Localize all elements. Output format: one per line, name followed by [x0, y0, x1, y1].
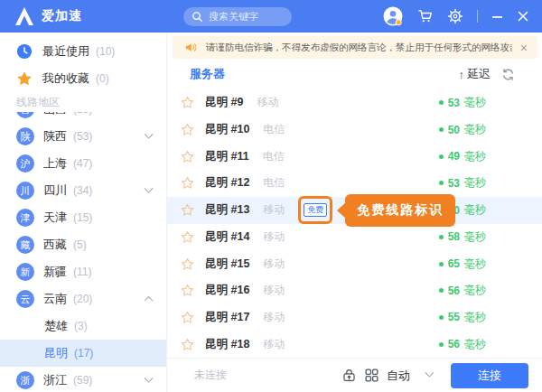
- latency-sort-control[interactable]: ↑ 延迟: [459, 66, 491, 82]
- region-badge: 晋: [16, 112, 34, 118]
- free-badge-group: 免费 免费线路标识: [304, 203, 327, 217]
- server-carrier: 电信: [263, 149, 285, 164]
- favorite-star-icon[interactable]: [181, 96, 194, 109]
- chevron-icon[interactable]: [145, 129, 154, 138]
- latency-value: 53: [448, 97, 460, 109]
- favorite-star-icon[interactable]: [181, 257, 194, 271]
- chevron-icon[interactable]: [145, 373, 154, 382]
- footer-bar: 未连接 自动 连接: [167, 358, 542, 392]
- server-name: 昆明 #10: [205, 122, 249, 137]
- latency-header-label: 延迟: [467, 66, 491, 82]
- latency-unit: 毫秒: [464, 310, 486, 325]
- server-row-kunming-16[interactable]: 昆明 #16 移动 56 毫秒: [167, 277, 542, 304]
- free-badge: 免费: [304, 203, 327, 217]
- server-row-kunming-13[interactable]: 昆明 #13 移动 免费 免费线路标识 50 毫秒: [167, 197, 542, 224]
- latency-value: 55: [448, 311, 460, 323]
- star-icon: [16, 70, 33, 87]
- refresh-icon[interactable]: [501, 68, 515, 81]
- chevron-icon[interactable]: [145, 183, 154, 192]
- region-list: 晋 山西 (18) 陕 陕西 (53) 沪 上海 (47) 川 四川 (34) …: [0, 112, 166, 392]
- region-badge: 川: [16, 182, 34, 200]
- latency: 49 毫秒: [439, 149, 486, 164]
- lock-mode-icon[interactable]: [341, 368, 357, 383]
- region-badge: 沪: [16, 154, 34, 173]
- sidebar-item-sichuan[interactable]: 川 四川 (34): [0, 177, 166, 204]
- sidebar-item-kunming[interactable]: 昆明 (17): [0, 340, 166, 367]
- latency-dot-icon: [439, 342, 444, 347]
- sidebar-item-xizang[interactable]: 藏 西藏 (5): [0, 231, 166, 258]
- sidebar-item-xinjiang[interactable]: 新 新疆 (11): [0, 258, 166, 285]
- region-badge: 津: [16, 209, 34, 227]
- notice-bar: 请谨防电信诈骗，不得发布虚假的网络言论，禁止用于任何形式的网络攻击。 ×: [173, 36, 537, 59]
- latency-dot-icon: [439, 315, 444, 320]
- app-title: 爱加速: [42, 8, 82, 24]
- region-badge: 陕: [16, 127, 34, 145]
- region-badge: 浙: [16, 371, 34, 389]
- favorite-star-icon[interactable]: [181, 284, 194, 297]
- latency-value: 53: [448, 177, 460, 190]
- latency-dot-icon: [439, 127, 444, 132]
- sidebar-item-zhejiang[interactable]: 浙 浙江 (59): [0, 367, 166, 392]
- region-label: 四川: [43, 182, 67, 199]
- quick-item-count: (0): [96, 72, 109, 85]
- latency-unit: 毫秒: [464, 337, 486, 352]
- favorite-star-icon[interactable]: [181, 203, 194, 217]
- latency: 53 毫秒: [439, 175, 486, 191]
- server-carrier: 移动: [263, 257, 285, 272]
- user-avatar[interactable]: [382, 5, 404, 27]
- grid-mode-icon[interactable]: [364, 368, 379, 383]
- server-rows: 昆明 #9 移动 53 毫秒 昆明 #10 电信 50 毫秒 昆明 #11 电信…: [167, 89, 542, 358]
- latency-value: 56: [448, 338, 460, 350]
- server-row-kunming-18[interactable]: 昆明 #18 移动 56 毫秒: [167, 331, 542, 358]
- latency: 55 毫秒: [439, 310, 486, 325]
- mode-select[interactable]: 自动: [387, 368, 433, 384]
- close-button[interactable]: [517, 10, 529, 23]
- favorite-star-icon[interactable]: [181, 150, 194, 163]
- server-row-kunming-11[interactable]: 昆明 #11 电信 49 毫秒: [167, 143, 542, 170]
- favorite-star-icon[interactable]: [181, 230, 194, 244]
- quick-item-label: 最近使用: [42, 43, 89, 60]
- connect-button[interactable]: 连接: [451, 363, 528, 388]
- sidebar-item-recent[interactable]: 最近使用 (10): [0, 38, 166, 65]
- region-label: 新疆: [43, 264, 67, 280]
- sidebar-item-yunnan[interactable]: 云 云南 (20): [0, 285, 166, 313]
- region-badge: 新: [16, 263, 34, 281]
- sidebar-item-shanghai[interactable]: 沪 上海 (47): [0, 150, 166, 177]
- favorite-star-icon[interactable]: [181, 123, 194, 136]
- favorite-star-icon[interactable]: [181, 338, 194, 351]
- server-row-kunming-17[interactable]: 昆明 #17 移动 55 毫秒: [167, 304, 542, 331]
- panel-title: 服务器: [190, 66, 225, 82]
- sidebar-item-tianjin[interactable]: 津 天津 (15): [0, 204, 166, 231]
- sidebar-item-chuxiong[interactable]: 楚雄 (3): [0, 313, 166, 340]
- latency-dot-icon: [439, 100, 444, 105]
- sidebar-item-shanxi[interactable]: 晋 山西 (18): [0, 112, 166, 123]
- server-name: 昆明 #13: [205, 202, 249, 218]
- connection-status: 未连接: [194, 368, 227, 383]
- app-logo-icon: [14, 6, 35, 26]
- sidebar-item-favorites[interactable]: 我的收藏 (0): [0, 65, 166, 92]
- notice-close-icon[interactable]: ×: [520, 42, 528, 54]
- sidebar-item-shaanxi[interactable]: 陕 陕西 (53): [0, 123, 166, 150]
- server-row-kunming-10[interactable]: 昆明 #10 电信 50 毫秒: [167, 117, 542, 144]
- minimize-button[interactable]: [491, 11, 503, 23]
- section-label: 线路地区: [0, 92, 166, 112]
- region-count: (53): [73, 130, 92, 143]
- server-row-kunming-9[interactable]: 昆明 #9 移动 53 毫秒: [167, 89, 542, 117]
- search-box[interactable]: [183, 7, 292, 26]
- server-carrier: 移动: [263, 202, 285, 218]
- settings-gear-icon[interactable]: [447, 8, 463, 24]
- server-row-kunming-12[interactable]: 昆明 #12 电信 53 毫秒: [167, 170, 542, 197]
- chevron-icon[interactable]: [145, 295, 154, 304]
- server-row-kunming-15[interactable]: 昆明 #15 移动 65 毫秒: [167, 250, 542, 277]
- server-carrier: 移动: [263, 283, 285, 298]
- server-row-kunming-14[interactable]: 昆明 #14 移动 58 毫秒: [167, 224, 542, 251]
- latency-unit: 毫秒: [464, 149, 486, 164]
- search-input[interactable]: [209, 11, 281, 22]
- region-label: 陕西: [43, 128, 67, 145]
- region-count: (11): [73, 266, 91, 278]
- server-list-header: 服务器 ↑ 延迟: [167, 59, 542, 89]
- server-carrier: 移动: [257, 95, 278, 110]
- favorite-star-icon[interactable]: [181, 176, 194, 190]
- favorite-star-icon[interactable]: [181, 311, 194, 324]
- cart-icon[interactable]: [417, 8, 434, 24]
